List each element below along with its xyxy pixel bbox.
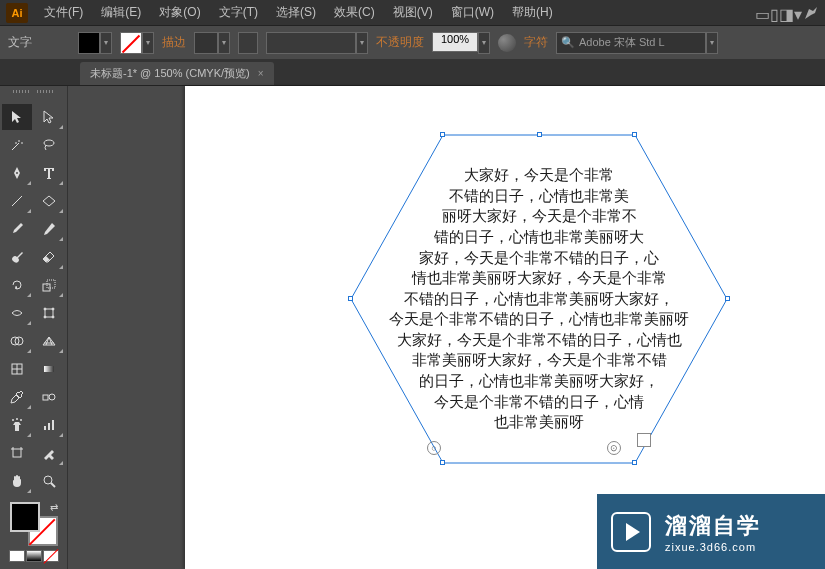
toolbox-grip[interactable] (2, 90, 65, 100)
layout-icon[interactable]: ▭▯ (755, 5, 771, 21)
lasso-tool[interactable] (34, 132, 64, 158)
mesh-tool[interactable] (2, 356, 32, 382)
svg-point-30 (44, 476, 52, 484)
fill-dropdown[interactable]: ▾ (100, 32, 112, 54)
selection-handle[interactable] (632, 460, 637, 465)
menu-help[interactable]: 帮助(H) (504, 2, 561, 23)
svg-rect-23 (48, 423, 50, 430)
fill-swatch[interactable] (78, 32, 100, 54)
selection-handle[interactable] (440, 132, 445, 137)
brush-dropdown[interactable]: ▾ (356, 32, 368, 54)
globe-icon[interactable] (498, 34, 516, 52)
slice-tool[interactable] (34, 440, 64, 466)
svg-rect-18 (15, 425, 19, 431)
rotate-tool[interactable] (2, 272, 32, 298)
text-hexagon-object[interactable]: 大家好，今天是个非常 不错的日子，心情也非常美 丽呀大家好，今天是个非常不 错的… (347, 131, 731, 467)
selection-handle[interactable] (725, 296, 730, 301)
opacity-input[interactable]: 100% (432, 32, 478, 52)
options-bar: 文字 ▾ ▾ 描边 ▾ ▾ 不透明度 100% ▾ 字符 🔍 Adobe 宋体 … (0, 26, 825, 60)
artboard-tool[interactable] (2, 440, 32, 466)
menu-view[interactable]: 视图(V) (385, 2, 441, 23)
free-transform-tool[interactable] (34, 300, 64, 326)
svg-point-7 (52, 308, 54, 310)
svg-point-20 (16, 418, 18, 420)
eyedropper-tool[interactable] (2, 384, 32, 410)
opacity-label[interactable]: 不透明度 (376, 34, 424, 51)
menu-edit[interactable]: 编辑(E) (93, 2, 149, 23)
graph-tool[interactable] (34, 412, 64, 438)
menu-file[interactable]: 文件(F) (36, 2, 91, 23)
selection-tool[interactable] (2, 104, 32, 130)
menu-window[interactable]: 窗口(W) (443, 2, 502, 23)
tab-title: 未标题-1* @ 150% (CMYK/预览) (90, 66, 250, 81)
watermark: 溜溜自学 zixue.3d66.com (597, 494, 825, 569)
svg-point-9 (52, 316, 54, 318)
hexagon-text-content[interactable]: 大家好，今天是个非常 不错的日子，心情也非常美 丽呀大家好，今天是个非常不 错的… (359, 141, 719, 457)
document-tab[interactable]: 未标题-1* @ 150% (CMYK/预览) × (80, 62, 274, 85)
scale-tool[interactable] (34, 272, 64, 298)
none-color-button[interactable] (43, 550, 59, 562)
color-picker: ⇄ (2, 500, 65, 569)
shape-builder-tool[interactable] (2, 328, 32, 354)
selection-handle[interactable] (537, 132, 542, 137)
watermark-title: 溜溜自学 (665, 511, 761, 541)
type-tool[interactable] (34, 160, 64, 186)
menu-effect[interactable]: 效果(C) (326, 2, 383, 23)
quill-icon[interactable] (803, 5, 819, 21)
pencil-tool[interactable] (34, 216, 64, 242)
zoom-tool[interactable] (34, 468, 64, 494)
svg-rect-25 (13, 449, 21, 457)
line-tool[interactable] (2, 188, 32, 214)
selection-handle[interactable] (348, 296, 353, 301)
stroke-weight-input[interactable] (194, 32, 218, 54)
watermark-url: zixue.3d66.com (665, 541, 761, 553)
pen-tool[interactable] (2, 160, 32, 186)
svg-rect-15 (44, 366, 54, 372)
blob-brush-tool[interactable] (2, 244, 32, 270)
brush-tool[interactable] (2, 216, 32, 242)
font-dropdown[interactable]: ▾ (706, 32, 718, 54)
blend-tool[interactable] (34, 384, 64, 410)
magic-wand-tool[interactable] (2, 132, 32, 158)
canvas-area[interactable]: 大家好，今天是个非常 不错的日子，心情也非常美 丽呀大家好，今天是个非常不 错的… (70, 86, 825, 569)
svg-rect-16 (43, 395, 48, 400)
eraser-tool[interactable] (34, 244, 64, 270)
menu-object[interactable]: 对象(O) (151, 2, 208, 23)
fill-color-swatch[interactable] (10, 502, 40, 532)
text-out-port[interactable] (637, 433, 651, 447)
text-in-port[interactable]: ○ (427, 441, 441, 455)
stroke-style-button[interactable] (238, 32, 258, 54)
svg-line-31 (51, 483, 55, 487)
svg-rect-5 (45, 309, 53, 317)
menu-type[interactable]: 文字(T) (211, 2, 266, 23)
selection-handle[interactable] (632, 132, 637, 137)
arrange-icon[interactable]: ◨▾ (779, 5, 795, 21)
gradient-tool[interactable] (34, 356, 64, 382)
svg-point-19 (12, 419, 14, 421)
gradient-button[interactable] (26, 550, 42, 562)
svg-line-1 (12, 196, 22, 206)
width-tool[interactable] (2, 300, 32, 326)
hand-tool[interactable] (2, 468, 32, 494)
font-name: Adobe 宋体 Std L (579, 35, 665, 50)
artboard[interactable]: 大家好，今天是个非常 不错的日子，心情也非常美 丽呀大家好，今天是个非常不 错的… (185, 86, 825, 569)
perspective-tool[interactable] (34, 328, 64, 354)
opacity-dropdown[interactable]: ▾ (478, 32, 490, 54)
stroke-dropdown[interactable]: ▾ (142, 32, 154, 54)
solid-color-button[interactable] (9, 550, 25, 562)
app-logo: Ai (6, 3, 28, 23)
selection-handle[interactable] (440, 460, 445, 465)
menu-select[interactable]: 选择(S) (268, 2, 324, 23)
brush-preset[interactable] (266, 32, 356, 54)
rectangle-tool[interactable] (34, 188, 64, 214)
stroke-swatch[interactable] (120, 32, 142, 54)
direct-selection-tool[interactable] (34, 104, 64, 130)
stroke-label[interactable]: 描边 (162, 34, 186, 51)
tab-close-button[interactable]: × (258, 68, 264, 79)
stroke-weight-dropdown[interactable]: ▾ (218, 32, 230, 54)
char-label[interactable]: 字符 (524, 34, 548, 51)
symbol-sprayer-tool[interactable] (2, 412, 32, 438)
swap-colors-icon[interactable]: ⇄ (50, 502, 58, 513)
font-input[interactable]: 🔍 Adobe 宋体 Std L (556, 32, 706, 54)
text-thread-port[interactable]: ⊙ (607, 441, 621, 455)
